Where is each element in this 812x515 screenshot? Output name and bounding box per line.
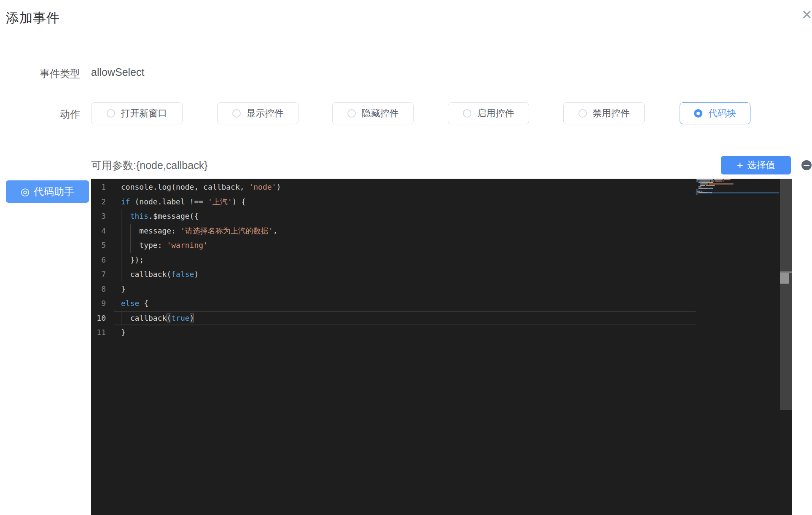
code-line: callback(false) xyxy=(121,267,281,282)
code-line: else { xyxy=(121,296,281,311)
minimap[interactable] xyxy=(696,179,780,208)
code-line: this.$message({ xyxy=(121,209,281,224)
action-option-label: 显示控件 xyxy=(247,107,284,120)
assistant-icon: ◎ xyxy=(21,187,30,197)
action-label: 动作 xyxy=(42,107,80,121)
scrollbar-track-lower xyxy=(780,410,792,515)
code-line: } xyxy=(121,282,281,297)
available-params-text: 可用参数:{node,callback} xyxy=(91,158,208,172)
action-option-label: 打开新窗口 xyxy=(121,107,167,120)
radio-icon xyxy=(347,109,356,118)
line-number: 1 xyxy=(91,180,106,195)
line-number: 7 xyxy=(91,267,106,282)
line-number: 4 xyxy=(91,224,106,239)
scrollbar-thumb[interactable] xyxy=(780,273,789,284)
action-option-5[interactable]: 禁用控件 xyxy=(563,102,645,124)
action-option-6[interactable]: 代码块 xyxy=(680,102,750,124)
close-icon[interactable]: × xyxy=(802,6,812,24)
scrollbar-track xyxy=(780,179,792,410)
plus-icon: + xyxy=(737,161,743,170)
line-number: 9 xyxy=(91,296,106,311)
radio-icon xyxy=(463,109,471,118)
select-value-button[interactable]: + 选择值 xyxy=(721,156,791,174)
line-number: 10 xyxy=(91,311,106,326)
line-number: 5 xyxy=(91,238,106,253)
indent-guide xyxy=(121,311,121,326)
line-number: 11 xyxy=(91,325,106,340)
indent-guide xyxy=(121,209,121,282)
action-option-1[interactable]: 打开新窗口 xyxy=(91,102,183,124)
radio-selected-icon xyxy=(694,109,702,118)
select-value-label: 选择值 xyxy=(747,159,775,172)
action-option-4[interactable]: 启用控件 xyxy=(448,102,529,124)
line-number-gutter: 1234567891011 xyxy=(91,180,106,340)
remove-icon[interactable] xyxy=(801,160,812,170)
line-number: 2 xyxy=(91,195,106,209)
action-option-label: 启用控件 xyxy=(477,107,514,120)
code-line: callback(true) xyxy=(121,311,281,326)
indent-guide xyxy=(130,224,131,253)
action-option-label: 禁用控件 xyxy=(593,107,630,120)
action-option-2[interactable]: 显示控件 xyxy=(217,102,298,124)
code-line: type: 'warning' xyxy=(121,238,281,253)
radio-icon xyxy=(578,109,587,118)
code-content[interactable]: console.log(node, callback, 'node')if (n… xyxy=(121,180,281,340)
event-type-value: allowSelect xyxy=(91,66,144,78)
assistant-label: 代码助手 xyxy=(34,185,74,198)
line-number: 8 xyxy=(91,282,106,297)
code-line: console.log(node, callback, 'node') xyxy=(121,180,281,195)
code-line: } xyxy=(121,325,281,340)
radio-icon xyxy=(232,109,241,118)
radio-icon xyxy=(107,109,115,118)
line-number: 6 xyxy=(91,253,106,268)
page-title: 添加事件 xyxy=(6,9,60,27)
code-line: message: '请选择名称为上汽的数据', xyxy=(121,224,281,239)
code-assistant-button[interactable]: ◎ 代码助手 xyxy=(6,180,89,203)
code-line: }); xyxy=(121,253,281,268)
code-editor[interactable]: 1234567891011 console.log(node, callback… xyxy=(91,179,792,515)
event-type-label: 事件类型 xyxy=(17,67,80,80)
code-line: if (node.label !== '上汽') { xyxy=(121,195,281,209)
action-option-label: 代码块 xyxy=(708,107,736,120)
line-number: 3 xyxy=(91,209,106,224)
action-option-label: 隐藏控件 xyxy=(362,107,399,120)
action-option-3[interactable]: 隐藏控件 xyxy=(332,102,414,124)
